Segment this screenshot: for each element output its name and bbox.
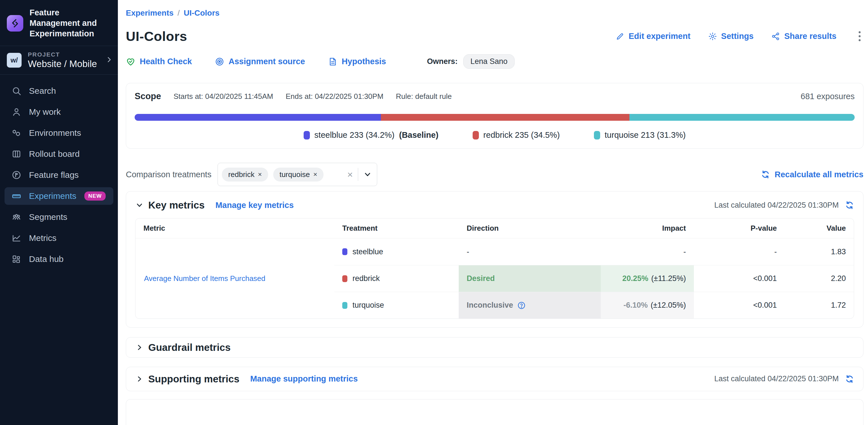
scope-rule: Rule: default rule (396, 92, 452, 101)
collapse-key-metrics-icon[interactable] (135, 201, 144, 209)
scope-ends: Ends at: 04/22/2025 01:30PM (286, 92, 383, 101)
chip-redbrick[interactable]: redbrick × (222, 168, 268, 182)
hypothesis-link[interactable]: Hypothesis (328, 57, 386, 66)
chip-turquoise[interactable]: turquoise × (273, 168, 323, 182)
breadcrumb-current[interactable]: UI-Colors (184, 8, 220, 18)
project-badge: w/ (7, 53, 22, 68)
legend-label: steelblue 233 (34.2%) (314, 130, 395, 140)
sidebar-item-experiments[interactable]: Experiments NEW (4, 187, 113, 205)
environments-icon (11, 128, 22, 138)
project-switcher[interactable]: w/ PROJECT Website / Mobile (0, 46, 118, 75)
search-icon (11, 86, 22, 96)
breadcrumb-separator: / (178, 8, 180, 18)
col-header-value: Value (785, 218, 854, 238)
sidebar-item-segments[interactable]: Segments (4, 208, 113, 226)
breadcrumb: Experiments / UI-Colors (126, 8, 864, 18)
project-label: PROJECT (28, 51, 97, 58)
impact-cell-desired: 20.25% (±11.25%) (601, 265, 694, 292)
steelblue-swatch (342, 248, 347, 255)
baseline-tag: (Baseline) (399, 130, 438, 140)
manage-supporting-metrics-link[interactable]: Manage supporting metrics (250, 374, 358, 384)
share-icon (771, 32, 780, 41)
value-cell: 2.20 (785, 265, 854, 292)
guardrail-metrics-title: Guardrail metrics (148, 342, 230, 353)
direction-cell-desired: Desired (459, 265, 601, 292)
refresh-key-metrics-icon[interactable] (845, 201, 854, 210)
treatment-distribution-bar (135, 114, 855, 121)
treatment-label: redbrick (352, 274, 380, 283)
treatment-label: turquoise (352, 301, 384, 310)
user-icon (11, 107, 22, 117)
settings-button[interactable]: Settings (708, 32, 753, 41)
share-results-label: Share results (784, 32, 836, 41)
edit-experiment-button[interactable]: Edit experiment (616, 32, 690, 41)
legend-item-steelblue: steelblue 233 (34.2%) (Baseline) (304, 130, 438, 140)
refresh-supporting-metrics-icon[interactable] (845, 374, 854, 384)
comparison-treatments-select[interactable]: redbrick × turquoise × × (218, 163, 377, 186)
pencil-icon (616, 32, 625, 41)
sidebar-item-search[interactable]: Search (4, 82, 113, 100)
metric-cell: Average Number of Items Purchased (135, 238, 334, 318)
scope-title: Scope (135, 91, 161, 101)
metric-link[interactable]: Average Number of Items Purchased (144, 274, 265, 283)
experiments-icon (11, 191, 22, 201)
sidebar-item-environments[interactable]: Environments (4, 124, 113, 142)
value-cell: 1.83 (785, 238, 854, 265)
recalculate-all-metrics-button[interactable]: Recalculate all metrics (761, 170, 864, 179)
recalculate-label: Recalculate all metrics (775, 170, 864, 179)
sidebar-item-feature-flags[interactable]: Feature flags (4, 166, 113, 184)
sidebar-item-label: Segments (29, 212, 67, 222)
gear-icon (708, 32, 717, 41)
sidebar-item-label: Rollout board (29, 149, 80, 159)
sidebar: Feature Management and Experimentation w… (0, 0, 118, 425)
p-value-cell: - (694, 238, 785, 265)
rollout-board-icon (11, 149, 22, 159)
refresh-icon (761, 170, 770, 179)
legend-item-turquoise: turquoise 213 (31.3%) (594, 130, 686, 140)
exposures-count: 681 exposures (801, 92, 855, 101)
col-header-impact: Impact (601, 218, 694, 238)
col-header-treatment: Treatment (334, 218, 459, 238)
treatment-cell-steelblue: steelblue (334, 238, 459, 265)
redbrick-swatch (342, 275, 347, 282)
chip-remove-icon[interactable]: × (313, 171, 317, 178)
redbrick-swatch (473, 131, 479, 140)
manage-key-metrics-link[interactable]: Manage key metrics (215, 201, 294, 210)
supporting-metrics-title: Supporting metrics (148, 373, 240, 385)
sidebar-item-label: Search (29, 86, 56, 96)
more-options-button[interactable] (856, 30, 864, 42)
direction-cell-inconclusive: Inconclusive (459, 292, 601, 318)
key-metrics-title: Key metrics (148, 200, 205, 211)
header-actions: Edit experiment Settings Share results (616, 30, 864, 42)
comparison-treatments-label: Comparison treatments (126, 170, 211, 179)
sidebar-item-data-hub[interactable]: Data hub (4, 250, 113, 268)
share-results-button[interactable]: Share results (771, 32, 836, 41)
expand-guardrail-metrics-icon[interactable] (135, 343, 144, 352)
assignment-source-label: Assignment source (229, 57, 305, 66)
settings-label: Settings (721, 32, 753, 41)
confidence-interval: (±12.05%) (651, 301, 686, 310)
hypothesis-label: Hypothesis (342, 57, 386, 66)
health-check-link[interactable]: Health Check (126, 57, 192, 66)
breadcrumb-experiments[interactable]: Experiments (126, 8, 174, 18)
steelblue-swatch (304, 131, 310, 140)
sidebar-item-metrics[interactable]: Metrics (4, 229, 113, 247)
impact-cell-inconclusive: -6.10% (±12.05%) (601, 292, 694, 318)
brand: Feature Management and Experimentation (0, 0, 118, 46)
segments-icon (11, 212, 22, 222)
chevron-down-icon[interactable] (363, 170, 372, 179)
project-name: Website / Mobile (28, 59, 97, 69)
distribution-segment-redbrick (381, 114, 629, 121)
health-check-icon (126, 57, 135, 66)
sidebar-item-rollout-board[interactable]: Rollout board (4, 145, 113, 163)
select-divider (358, 168, 358, 181)
app-logo-icon (7, 15, 23, 32)
assignment-source-link[interactable]: Assignment source (215, 57, 305, 66)
expand-supporting-metrics-icon[interactable] (135, 375, 144, 383)
clear-selection-icon[interactable]: × (347, 170, 353, 179)
help-question-icon[interactable] (517, 301, 526, 310)
chip-remove-icon[interactable]: × (258, 171, 262, 178)
owner-pill[interactable]: Lena Sano (463, 54, 515, 69)
chevron-right-icon (105, 56, 113, 64)
sidebar-item-my-work[interactable]: My work (4, 103, 113, 121)
